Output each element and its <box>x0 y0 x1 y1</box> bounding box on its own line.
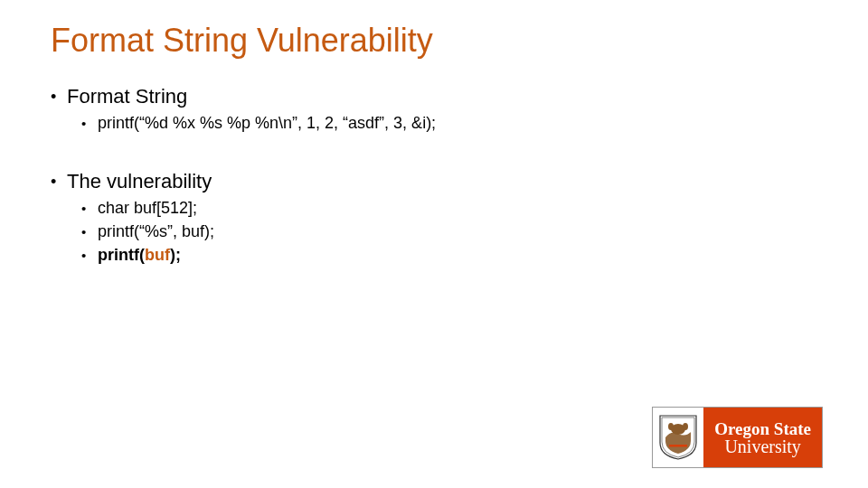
bullet-dot: • <box>51 85 67 108</box>
code-suffix: ); <box>170 246 181 264</box>
osu-logo: Oregon State University <box>652 407 823 468</box>
bullet-level2: • char buf[512]; <box>81 199 817 219</box>
slide-content: • Format String • printf(“%d %x %s %p %n… <box>51 85 817 266</box>
bullet-dot: • <box>81 222 98 242</box>
bullet-dot: • <box>81 199 98 219</box>
bullet-text: printf(“%d %x %s %p %n\n”, 1, 2, “asdf”,… <box>98 114 436 134</box>
bullet-text-emphasis: printf(buf); <box>98 246 181 266</box>
bullet-level2: • printf(buf); <box>81 246 817 266</box>
logo-line2: University <box>714 437 811 456</box>
bullet-level2: • printf(“%d %x %s %p %n\n”, 1, 2, “asdf… <box>81 114 817 134</box>
bullet-text: The vulnerability <box>67 170 212 193</box>
bullet-text: char buf[512]; <box>98 199 197 219</box>
code-prefix: printf( <box>98 246 145 264</box>
slide-title: Format String Vulnerability <box>51 22 817 60</box>
svg-point-1 <box>668 423 674 430</box>
svg-rect-3 <box>669 445 687 447</box>
bullet-text: printf(“%s”, buf); <box>98 222 214 242</box>
bullet-text: Format String <box>67 85 187 108</box>
osu-logo-text: Oregon State University <box>703 408 822 467</box>
bullet-dot: • <box>81 114 98 134</box>
bullet-level1: • Format String <box>51 85 817 108</box>
svg-point-2 <box>683 423 688 430</box>
logo-line1: Oregon State <box>714 420 811 438</box>
osu-crest-icon <box>653 408 703 467</box>
bullet-dot: • <box>51 170 67 193</box>
code-emphasis: buf <box>145 246 170 264</box>
bullet-dot: • <box>81 246 98 266</box>
bullet-level1: • The vulnerability <box>51 170 817 193</box>
bullet-level2: • printf(“%s”, buf); <box>81 222 817 242</box>
